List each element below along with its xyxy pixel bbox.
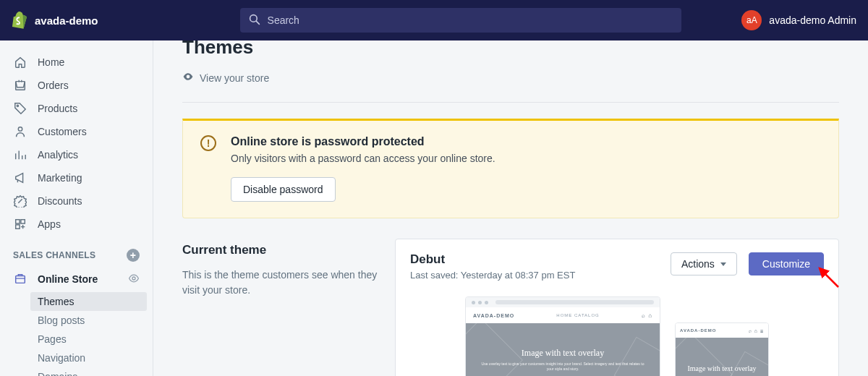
preview-header-icons: ⌕ ⌂ [642,312,652,319]
customize-button[interactable]: Customize [749,252,824,275]
search-container [240,8,681,33]
search-box[interactable] [240,8,681,33]
orders-icon [13,78,27,93]
banner-text: Only visitors with a password can access… [231,153,495,164]
sidebar-item-label: Products [38,103,77,114]
sidebar-item-online-store[interactable]: Online Store [6,268,147,291]
view-store-label: View your store [200,72,269,84]
add-channel-button[interactable]: + [127,249,140,262]
avatar: aA [741,10,762,30]
page-title: Themes [182,40,839,56]
sidebar-item-products[interactable]: Products [6,97,147,120]
topbar: avada-demo aA avada-demo Admin [0,0,868,40]
sidebar-item-label: Analytics [38,149,78,161]
preview-nav: HOME CATALOG [556,313,599,317]
current-theme-description: This is the theme customers see when the… [182,268,378,298]
svg-rect-8 [16,276,25,283]
banner-title: Online store is password protected [231,135,495,148]
svg-rect-6 [21,220,25,223]
sidebar-item-label: Marketing [38,172,82,184]
sidebar-item-label: Home [38,56,64,68]
sales-channels-label: SALES CHANNELS [13,250,95,260]
preview-mobile-icons: ⌕ ⌂ ☰ [749,328,764,333]
svg-rect-5 [16,220,20,223]
svg-point-3 [17,105,18,106]
sidebar-item-label: Discounts [38,195,82,207]
preview-brand-mobile: AVADA-DEMO [680,328,716,333]
theme-card: Debut Last saved: Yesterday at 08:37 pm … [395,239,839,376]
main-content: Themes View your store ! Online store is… [153,40,868,376]
actions-label: Actions [681,258,715,270]
theme-previews: AVADA-DEMO HOME CATALOG ⌕ ⌂ Image with t… [410,296,824,376]
search-input[interactable] [268,14,673,26]
sidebar-item-apps[interactable]: Apps [6,213,147,236]
divider [182,102,839,103]
sidebar-item-customers[interactable]: Customers [6,120,147,143]
svg-point-4 [18,127,22,131]
shopify-logo-icon [12,12,27,29]
actions-dropdown[interactable]: Actions [671,252,737,275]
sidebar-item-discounts[interactable]: Discounts [6,189,147,213]
store-name: avada-demo [35,14,98,27]
sidebar: Home Orders Products Customers Analytics… [0,40,153,376]
svg-point-0 [250,14,257,22]
tag-icon [13,101,27,116]
preview-hero-title: Image with text overlay [522,348,604,359]
sales-channels-header: SALES CHANNELS + [6,236,147,268]
preview-hero-title-mobile: Image with text overlay [687,364,756,373]
preview-hero-sub: Use overlay text to give your customers … [466,362,660,372]
sidebar-item-orders[interactable]: Orders [6,74,147,97]
subnav-blog-posts[interactable]: Blog posts [30,311,147,330]
sidebar-item-analytics[interactable]: Analytics [6,143,147,166]
current-theme-section: Current theme This is the theme customer… [182,239,839,376]
sidebar-item-home[interactable]: Home [6,51,147,74]
view-your-store-link[interactable]: View your store [182,71,839,85]
chevron-down-icon [720,262,726,266]
sidebar-item-marketing[interactable]: Marketing [6,166,147,189]
user-menu[interactable]: aA avada-demo Admin [741,10,856,30]
sidebar-item-label: Apps [38,218,61,230]
theme-last-saved: Last saved: Yesterday at 08:37 pm EST [410,270,659,281]
person-icon [13,124,27,139]
subnav-domains[interactable]: Domains [30,367,147,376]
current-theme-heading: Current theme [182,243,378,257]
svg-point-9 [132,277,135,280]
search-icon [249,14,260,27]
user-label: avada-demo Admin [769,14,856,26]
theme-name: Debut [410,252,659,267]
megaphone-icon [13,171,27,185]
subnav-themes[interactable]: Themes [30,292,147,311]
subnav-pages[interactable]: Pages [30,330,147,349]
apps-icon [13,217,27,231]
sidebar-item-label: Customers [38,126,87,137]
store-switcher[interactable]: avada-demo [12,12,98,29]
store-icon [13,272,27,286]
eye-icon [182,71,194,85]
warning-icon: ! [200,135,216,151]
preview-brand: AVADA-DEMO [473,313,514,318]
password-banner: ! Online store is password protected Onl… [182,119,839,218]
preview-desktop: AVADA-DEMO HOME CATALOG ⌕ ⌂ Image with t… [465,296,660,376]
current-theme-info: Current theme This is the theme customer… [182,239,378,376]
home-icon [13,55,27,69]
online-store-subnav: Themes Blog posts Pages Navigation Domai… [6,292,147,376]
disable-password-button[interactable]: Disable password [231,177,336,202]
sidebar-item-label: Online Store [38,273,98,285]
subnav-navigation[interactable]: Navigation [30,349,147,367]
preview-mobile: AVADA-DEMO ⌕ ⌂ ☰ Image with text overlay… [675,322,769,376]
sidebar-item-label: Orders [38,80,69,91]
discount-icon [13,194,27,208]
view-store-icon[interactable] [128,273,140,286]
svg-line-1 [256,21,259,24]
analytics-icon [13,148,27,162]
svg-rect-7 [16,225,20,228]
